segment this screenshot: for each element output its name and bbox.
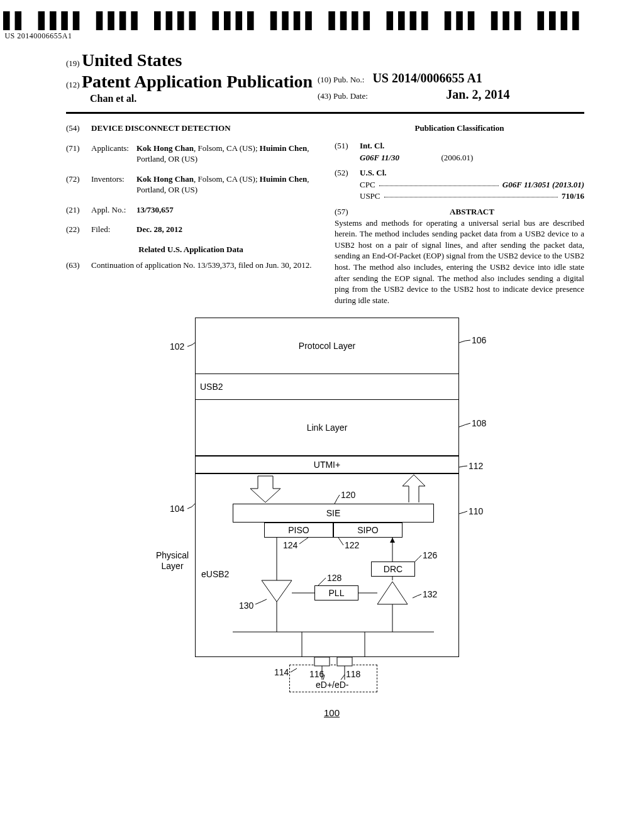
ref-122: 122 (345, 540, 359, 550)
inventors-code: (72) (66, 174, 91, 196)
applicants-label: Applicants: (91, 143, 136, 165)
eusb2-label: eUSB2 (201, 569, 229, 579)
ref-132: 132 (423, 589, 437, 599)
ref-120: 120 (341, 490, 355, 500)
applicants-code: (71) (66, 143, 91, 165)
dots-icon (384, 191, 558, 197)
right-column: Publication Classification (51) Int. Cl.… (335, 123, 584, 306)
abstract-heading: ABSTRACT (360, 206, 584, 218)
uscl-label: U.S. Cl. (360, 168, 387, 177)
uspc-label: USPC (360, 191, 380, 202)
uscl-code: (52) (335, 167, 360, 179)
pubdate-code: (43) (318, 91, 331, 101)
barcode-icon: ▌▌▌▌▌ ▌▌▌▌▌▌ ▌▌ ▌▌▌▌▌ ▌▌▌▌ ▌▌▌▌ ▌▌▌▌ ▌▌▌… (0, 11, 584, 30)
ref-118: 118 (346, 669, 360, 679)
usb2-label: USB2 (200, 382, 223, 392)
ref-106: 106 (472, 335, 486, 345)
title-code: (54) (66, 123, 91, 134)
ref-130: 130 (239, 600, 253, 611)
country: United States (82, 50, 182, 70)
filed: Dec. 28, 2012 (136, 224, 182, 234)
ref-128: 128 (327, 573, 341, 583)
filed-code: (22) (66, 224, 91, 235)
figure-diagram: Protocol Layer Link Layer USB2 UTMI+ SIE… (151, 318, 491, 714)
cpc-value: G06F 11/3051 (2013.01) (502, 180, 584, 189)
applno-code: (21) (66, 204, 91, 216)
piso-box: PISO (264, 523, 333, 538)
ref-102: 102 (170, 341, 184, 351)
intcl-class: G06F 11/30 (360, 153, 399, 162)
barcode-block: ▌▌▌▌▌ ▌▌▌▌▌▌ ▌▌ ▌▌▌▌▌ ▌▌▌▌ ▌▌▌▌ ▌▌▌▌ ▌▌▌… (0, 11, 584, 41)
pubno: US 2014/0006655 A1 (372, 71, 482, 85)
abstract-code: (57) (335, 206, 360, 218)
ref-104: 104 (170, 504, 184, 514)
pubdate: Jan. 2, 2014 (446, 87, 509, 101)
protocol-layer-label: Protocol Layer (299, 341, 355, 351)
related-code: (63) (66, 260, 91, 271)
applno: 13/730,657 (136, 205, 174, 214)
pub-type: Patent Application Publication (82, 72, 313, 91)
inventors-label: Inventors: (91, 174, 136, 196)
sipo-label: SIPO (357, 525, 378, 535)
pubdate-label: Pub. Date: (333, 91, 368, 101)
figure-number: 100 (324, 707, 340, 718)
ref-126: 126 (423, 550, 437, 560)
ed-label: eD+/eD- (316, 680, 349, 690)
ref-114: 114 (274, 667, 289, 677)
classif-heading: Publication Classification (335, 123, 584, 134)
invention-title: DEVICE DISCONNECT DETECTION (91, 123, 231, 133)
utmi-label: UTMI+ (314, 460, 340, 470)
dots-icon (379, 179, 499, 186)
barcode-number: US 20140006655A1 (0, 31, 584, 41)
ref-108: 108 (472, 418, 486, 428)
sie-label: SIE (326, 508, 341, 518)
related-text: Continuation of application No. 13/539,3… (91, 260, 316, 271)
abstract-text: Systems and methods for operating a univ… (335, 218, 584, 306)
drc-label: DRC (384, 564, 402, 574)
ref-124: 124 (283, 540, 297, 550)
applicants-loc1: , Folsom, CA (US); (194, 143, 260, 153)
applno-label: Appl. No.: (91, 204, 136, 216)
sipo-box: SIPO (333, 523, 402, 538)
protocol-layer-box: Protocol Layer (195, 318, 459, 374)
intcl-label: Int. Cl. (360, 141, 384, 150)
left-column: (54) DEVICE DISCONNECT DETECTION (71) Ap… (66, 123, 316, 306)
utmi-box: UTMI+ (195, 456, 459, 473)
cpc-label: CPC (360, 179, 375, 191)
divider (66, 112, 584, 114)
sie-box: SIE (233, 504, 434, 523)
ref-112: 112 (469, 461, 483, 471)
right-head: (10) Pub. No.: US 2014/0006655 A1 (43) P… (318, 69, 509, 102)
applicants-name1: Kok Hong Chan (136, 143, 194, 153)
inventors-name1: Kok Hong Chan (136, 174, 194, 184)
related-heading: Related U.S. Application Data (66, 244, 316, 255)
pll-label: PLL (329, 588, 345, 598)
physical-layer-label: PhysicalLayer (156, 550, 189, 572)
piso-label: PISO (288, 525, 309, 535)
filed-label: Filed: (91, 224, 136, 235)
inventors-loc1: , Folsom, CA (US); (194, 174, 260, 184)
pll-box: PLL (314, 585, 358, 600)
link-layer-box: Link Layer (195, 399, 459, 456)
pub-code: (12) (66, 80, 80, 89)
drc-box: DRC (371, 562, 415, 577)
intcl-code: (51) (335, 140, 360, 152)
country-code: (19) (66, 58, 80, 68)
ref-110: 110 (469, 506, 483, 516)
pubno-label: Pub. No.: (333, 75, 364, 84)
link-layer-label: Link Layer (307, 423, 348, 433)
intcl-year: (2006.01) (441, 153, 473, 162)
ref-116: 116 (309, 669, 324, 679)
applicants-name2: Huimin Chen (260, 143, 308, 153)
uspc-value: 710/16 (562, 191, 584, 202)
physical-layer-box (195, 473, 459, 657)
inventors-name2: Huimin Chen (260, 174, 308, 184)
pubno-code: (10) (318, 75, 331, 84)
